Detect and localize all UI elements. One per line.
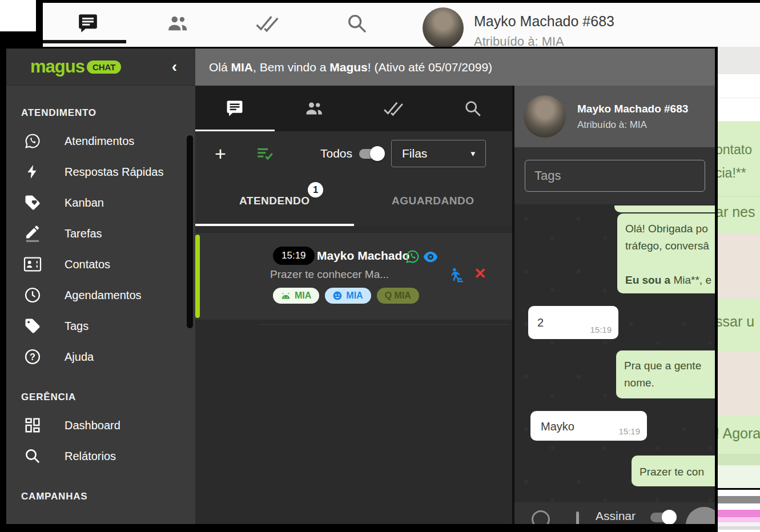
transfer-walk-icon[interactable] [447, 267, 464, 284]
tab-resolved[interactable] [354, 86, 433, 131]
chat-bubble-icon [225, 99, 244, 118]
back-tab-search[interactable] [312, 3, 401, 44]
send-button[interactable] [686, 507, 715, 524]
sidebar-item-label: Respostas Rápidas [65, 166, 163, 179]
queues-dropdown[interactable]: Filas ▾ [391, 140, 486, 167]
search-icon [463, 99, 482, 118]
contact-card-icon [23, 256, 42, 272]
attachment-icon[interactable] [576, 511, 579, 524]
message-text: nome. [624, 374, 715, 392]
message-text: Mia**, e [670, 274, 711, 286]
tags-input[interactable] [525, 160, 705, 192]
banner-user: MIA [231, 61, 254, 74]
message-bubble-incoming: 2 15:19 [528, 306, 618, 339]
sidebar-scrollbar[interactable] [187, 135, 193, 328]
sort-check-icon[interactable] [256, 146, 274, 162]
welcome-banner: Olá MIA, Bem vindo a Magus! (Ativo até 0… [195, 49, 715, 86]
sidebar-item-contatos[interactable]: Contatos [6, 249, 195, 280]
list-divider [260, 324, 508, 325]
conversation-panel: Mayko Machado #683 Atribuído à: MIA Olá!… [514, 86, 715, 524]
tab-open-chats[interactable] [195, 86, 275, 131]
message-area: Olá! Obrigada po tráfego, conversâ Eu so… [514, 204, 715, 502]
background-chat-peek: ontato cia!** ar nes ssar u ! Agora [718, 47, 760, 491]
composer-bar: Assinar [514, 502, 715, 524]
conversation-header[interactable]: Mayko Machado #683 Atribuído à: MIA [514, 86, 715, 147]
chevron-down-icon: ▾ [471, 148, 475, 159]
peek-green-bubble: ssar u [718, 299, 760, 351]
screenshot-artifact-stripes [718, 488, 760, 532]
sidebar-item-dashboard[interactable]: Dashboard [6, 410, 195, 441]
badge-label: MIA [295, 291, 311, 301]
people-icon [304, 98, 324, 119]
section-atendimento: ATENDIMENTO [6, 107, 195, 119]
message-text-bold: Eu sou a [625, 274, 670, 286]
sign-toggle[interactable] [650, 513, 675, 522]
sidebar-item-tarefas[interactable]: Tarefas [6, 218, 195, 249]
sidebar-item-kanban[interactable]: Kanban [6, 187, 195, 218]
conversation-assigned-label: Atribuído à: MIA [577, 119, 688, 131]
peek-text: ! Agora [718, 415, 760, 442]
emoji-icon[interactable] [532, 510, 550, 524]
banner-text: Olá [209, 61, 231, 74]
sidebar-item-tags[interactable]: Tags [6, 311, 195, 341]
peek-text: ssar u [718, 299, 760, 330]
back-active-tab-underline [43, 40, 126, 43]
sidebar-item-atendimentos[interactable]: Atendimentos [6, 126, 195, 156]
tab-search[interactable] [433, 86, 512, 131]
sidebar-item-relatorios[interactable]: Relátorios [6, 441, 195, 471]
tab-waiting[interactable]: AGUARDANDO [354, 176, 513, 226]
eye-icon[interactable] [423, 250, 439, 264]
ticket-list: 15:19 Mayko Machado Prazer te conhecer M… [195, 226, 512, 524]
badge-label: Q MIA [385, 291, 411, 301]
magus-chat-window: magus CHAT ‹ ATENDIMENTO Atendimentos Re… [0, 47, 718, 532]
search-icon [345, 12, 368, 35]
back-tab-contacts[interactable] [132, 3, 222, 44]
double-check-icon [255, 11, 280, 36]
status-tabs: ATENDENDO 1 AGUARDANDO [195, 176, 512, 226]
sidebar-item-label: Relátorios [65, 450, 116, 463]
ticket-last-message: Prazer te conhecer Ma... [270, 268, 389, 281]
back-tab-chats[interactable] [43, 3, 132, 44]
message-bubble-partial [614, 205, 715, 212]
banner-text: ! (Ativo até 05/07/2099) [368, 61, 492, 74]
svg-text:?: ? [30, 352, 35, 362]
sidebar-item-label: Ajuda [65, 350, 94, 364]
message-text: tráfego, conversâ [625, 237, 715, 255]
close-ticket-icon[interactable]: ✕ [474, 266, 486, 281]
whatsapp-icon [405, 249, 420, 264]
chat-bubble-icon [77, 12, 99, 35]
peek-toolbar [718, 47, 760, 74]
attending-count-badge: 1 [308, 182, 323, 198]
ticket-contact-name: Mayko Machado [317, 249, 409, 263]
sidebar-item-ajuda[interactable]: ? Ajuda [6, 341, 195, 372]
avatar [423, 7, 464, 49]
peek-green-bubble: ! Agora [718, 415, 760, 454]
search-icon [23, 448, 42, 465]
whatsapp-icon [23, 132, 42, 150]
people-icon [166, 11, 190, 35]
tag-heart-icon [23, 194, 42, 211]
sidebar-nav: ATENDIMENTO Atendimentos Respostas Rápid… [6, 86, 195, 502]
badge-label: MIA [346, 291, 363, 301]
tab-attending-label: ATENDENDO [239, 195, 309, 207]
peek-green-bubble: ontato cia!** ar nes [718, 122, 760, 233]
lightning-icon [23, 163, 42, 180]
tab-attending[interactable]: ATENDENDO 1 [195, 176, 354, 226]
help-icon: ? [23, 348, 42, 365]
back-tab-bar [43, 3, 403, 44]
collapse-sidebar-icon[interactable]: ‹ [172, 58, 177, 76]
message-bubble-outgoing: Olá! Obrigada po tráfego, conversâ Eu so… [617, 213, 715, 293]
back-tab-resolved[interactable] [222, 3, 312, 44]
all-toggle[interactable] [359, 149, 383, 159]
window-frame-corner [0, 31, 43, 49]
message-bubble-outgoing: Pra que a gente nome. [616, 350, 715, 398]
tab-groups[interactable] [275, 86, 354, 131]
ticket-item[interactable]: 15:19 Mayko Machado Prazer te conhecer M… [195, 233, 512, 320]
active-status-underline [195, 224, 354, 226]
peek-text: cia!** [718, 158, 760, 181]
section-gerencia: GERÊNCIA [6, 392, 195, 403]
dashboard-icon [23, 417, 42, 434]
sidebar-item-agendamentos[interactable]: Agendamentos [6, 280, 195, 311]
new-ticket-button[interactable]: + [215, 144, 226, 163]
sidebar-item-respostas-rapidas[interactable]: Respostas Rápidas [6, 156, 195, 187]
